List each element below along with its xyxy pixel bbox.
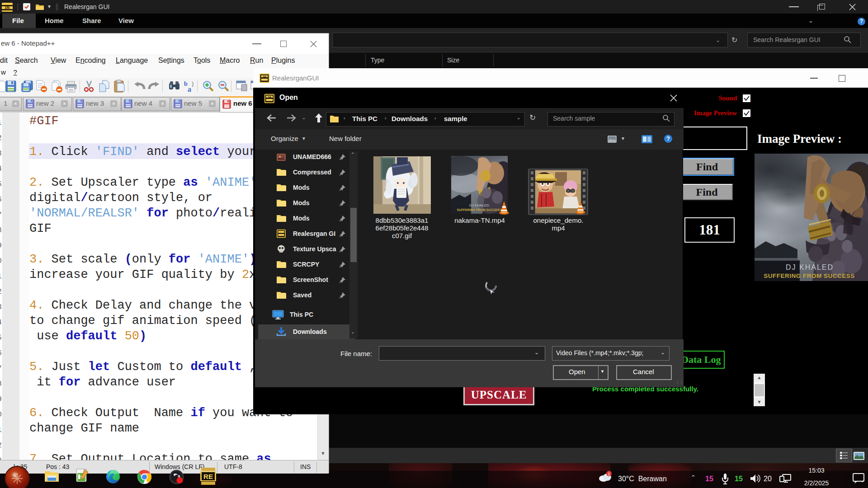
svg-text:SUFFERING FROM SUCCESS: SUFFERING FROM SUCCESS <box>457 208 502 211</box>
svg-text:DJ KHALED: DJ KHALED <box>786 263 834 271</box>
svg-text:1E: 1E <box>5 5 10 9</box>
svg-text:1E: 1E <box>262 75 266 79</box>
svg-text:b: b <box>184 80 188 87</box>
svg-text:1E: 1E <box>267 95 271 99</box>
svg-text:a: a <box>188 85 191 93</box>
svg-text:SUFFERING FROM SUCCESS: SUFFERING FROM SUCCESS <box>764 272 855 279</box>
svg-text:DJ KHALED: DJ KHALED <box>469 203 489 207</box>
